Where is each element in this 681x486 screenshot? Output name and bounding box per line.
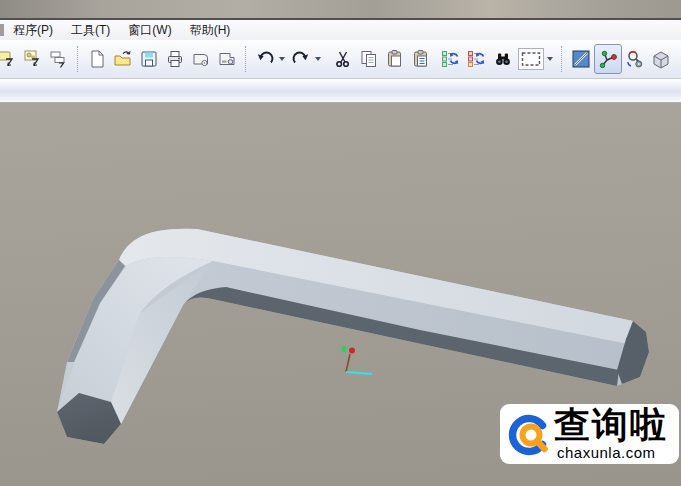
send-mail-button[interactable] [188, 44, 214, 74]
csys-display-icon [651, 49, 671, 69]
main-toolbar [0, 40, 681, 79]
toolbar-separator [561, 46, 563, 72]
watermark-domain-text: chaxunla.com [557, 444, 656, 461]
watermark-brand-text: 查询啦 [554, 405, 678, 445]
run-image-window-button[interactable] [20, 44, 46, 74]
toolbar-separator [245, 46, 247, 72]
selection-filter-icon [518, 48, 544, 70]
mail-options-icon [217, 49, 237, 69]
spin-center-display-icon [598, 49, 618, 69]
cut-button[interactable] [330, 44, 356, 74]
clipped-menu-item [0, 24, 4, 36]
run-window-icon [0, 49, 17, 69]
open-file-button[interactable] [110, 44, 136, 74]
mail-options-button[interactable] [214, 44, 240, 74]
new-file-icon [87, 49, 107, 69]
spin-center-marker [341, 346, 372, 374]
toolbar-separator [77, 46, 79, 72]
run-window-button[interactable] [0, 44, 20, 74]
menu-tools[interactable]: 工具(T) [62, 20, 119, 41]
datum-point-display-icon [625, 49, 645, 69]
regenerate-button[interactable] [438, 44, 464, 74]
find-icon [493, 49, 513, 69]
paste-button[interactable] [382, 44, 408, 74]
spin-center-display-button[interactable] [594, 44, 622, 74]
menu-bar: 程序(P) 工具(T) 窗口(W) 帮助(H) [0, 18, 681, 40]
print-button[interactable] [162, 44, 188, 74]
run-image-window-icon [23, 49, 43, 69]
paste-icon [385, 49, 405, 69]
datum-plane-display-icon [571, 49, 591, 69]
selection-filter-caret[interactable] [547, 57, 553, 61]
menu-program[interactable]: 程序(P) [4, 20, 62, 41]
undo-dropdown-caret[interactable] [279, 57, 285, 61]
copy-icon [359, 49, 379, 69]
send-mail-icon [191, 49, 211, 69]
selection-filter-button[interactable] [516, 44, 546, 74]
undo-icon [255, 49, 275, 69]
paste-special-button[interactable] [408, 44, 434, 74]
new-file-button[interactable] [84, 44, 110, 74]
3d-viewport[interactable]: 查询啦 chaxunla.com [0, 103, 681, 486]
datum-plane-display-button[interactable] [568, 44, 594, 74]
undo-button[interactable] [252, 44, 278, 74]
menu-window[interactable]: 窗口(W) [119, 20, 180, 41]
csys-display-button[interactable] [648, 44, 674, 74]
window-title-strip [0, 0, 681, 18]
secondary-toolbar-strip [0, 79, 681, 103]
regenerate-custom-icon [467, 49, 487, 69]
redo-dropdown-caret[interactable] [315, 57, 321, 61]
redo-button[interactable] [288, 44, 314, 74]
watermark-badge: 查询啦 chaxunla.com [500, 404, 679, 464]
save-file-button[interactable] [136, 44, 162, 74]
save-file-icon [139, 49, 159, 69]
run-dialog-button[interactable] [46, 44, 72, 74]
menu-help[interactable]: 帮助(H) [181, 20, 240, 41]
print-icon [165, 49, 185, 69]
cut-icon [333, 49, 353, 69]
redo-icon [291, 49, 311, 69]
find-button[interactable] [490, 44, 516, 74]
run-dialog-icon [49, 49, 69, 69]
copy-button[interactable] [356, 44, 382, 74]
paste-special-icon [411, 49, 431, 69]
regenerate-custom-button[interactable] [464, 44, 490, 74]
open-file-icon [113, 49, 133, 69]
datum-point-display-button[interactable] [622, 44, 648, 74]
regenerate-icon [441, 49, 461, 69]
chaxunla-logo-icon [506, 411, 552, 457]
